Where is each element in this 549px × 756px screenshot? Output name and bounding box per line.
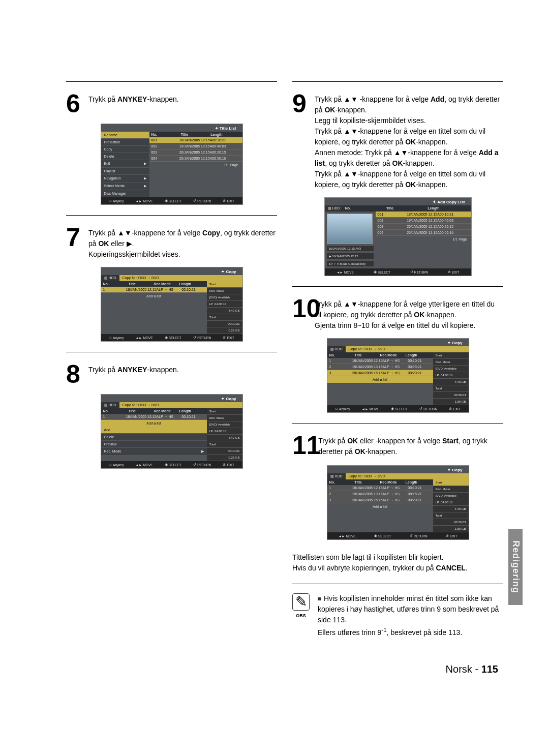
menu-add: Add — [101, 427, 207, 434]
step-number: 9 — [292, 91, 310, 116]
step-11: 11 Trykk på OK eller -knappen for å velg… — [292, 433, 503, 458]
preview-thumbnail — [327, 214, 373, 244]
step-text: Trykk på ANYKEY-knappen. — [88, 361, 179, 375]
note-label: OBS — [292, 613, 310, 620]
divider — [66, 215, 277, 216]
menu-item: Protection — [101, 139, 149, 146]
divider — [66, 81, 277, 82]
osd-copy-add: ✦ Copy ▧ HDDCopy To : HDD → DVD No.Title… — [101, 394, 243, 469]
menu-item: Edit▶ — [101, 160, 149, 168]
step-text: Trykk på OK eller -knappen for å velge S… — [318, 433, 503, 457]
step-number: 7 — [66, 225, 83, 250]
menu-item: Copy — [101, 146, 149, 153]
step-9: 9 Trykk på ▲▼ -knappene for å velge Add,… — [292, 91, 503, 190]
step-number: 10 — [292, 296, 310, 321]
osd-copy-1: ✦ Copy ▧ HDDCopy To : HDD → DVD No.Title… — [101, 267, 243, 342]
step-text: Trykk på ▲▼-knappene for å velge ytterli… — [315, 296, 503, 331]
menu-item-rename: Rename — [101, 132, 149, 139]
step-number: 6 — [66, 91, 83, 116]
osd-add-copy-list: ✦ Add Copy List ▧ HDD No.TitleLength 16/… — [324, 197, 472, 276]
step-number: 8 — [66, 361, 83, 387]
step-7: 7 Trykk på ▲▼-knappene for å velge Copy,… — [66, 225, 277, 260]
side-panel: Start Rec. Mode [DVD] Available LP 04:00… — [207, 281, 242, 334]
note-box: ✎ OBS Hvis kopilisten inneholder minst é… — [292, 593, 503, 638]
bullet-icon — [318, 597, 321, 600]
menu-item: Select Media▶ — [101, 183, 149, 190]
step-6: 6 Trykk på ANYKEY-knappen. — [66, 91, 277, 116]
divider — [292, 286, 503, 287]
divider — [292, 81, 503, 82]
step-text: Trykk på ▲▼ -knappene for å velge Add, o… — [315, 91, 503, 190]
osd-copy-start: ✦ Copy ▧ HDDCopy To : HDD → DVD No.Title… — [327, 465, 469, 540]
menu-item: Disc Manager — [101, 190, 149, 197]
menu-item: Navigation▶ — [101, 175, 149, 183]
step-text: Trykk på ANYKEY-knappen. — [88, 91, 179, 105]
page-footer: Norsk - 115 — [66, 663, 503, 675]
osd-title-list: ✦ Title List Rename Protection Copy Dele… — [101, 124, 243, 205]
pencil-icon: ✎ — [292, 593, 310, 611]
anykey-icon: ⬭ Anykey — [109, 199, 124, 203]
step-number: 11 — [292, 433, 313, 458]
step-10: 10 Trykk på ▲▼-knappene for å velge ytte… — [292, 296, 503, 331]
divider — [66, 352, 277, 352]
menu-item: Playlist — [101, 168, 149, 175]
menu-column: Rename Protection Copy Delete Edit▶ Play… — [101, 132, 149, 197]
section-tab: Redigering — [508, 529, 523, 605]
step-8: 8 Trykk på ANYKEY-knappen. — [66, 361, 277, 387]
step-text: Trykk på ▲▼-knappene for å velge Copy, o… — [88, 225, 277, 260]
divider — [292, 584, 503, 584]
menu-item: Delete — [101, 153, 149, 160]
osd-copy-3: ✦ Copy ▧ HDDCopy To : HDD → DVD No.Title… — [327, 338, 469, 413]
osd-footer: ⬭ Anykey ◄► MOVE ◉ SELECT ↺ RETURN ⊘ EXI… — [101, 197, 242, 204]
after-text: Tittellisten som ble lagt til i kopilist… — [292, 549, 503, 573]
divider — [292, 423, 503, 424]
